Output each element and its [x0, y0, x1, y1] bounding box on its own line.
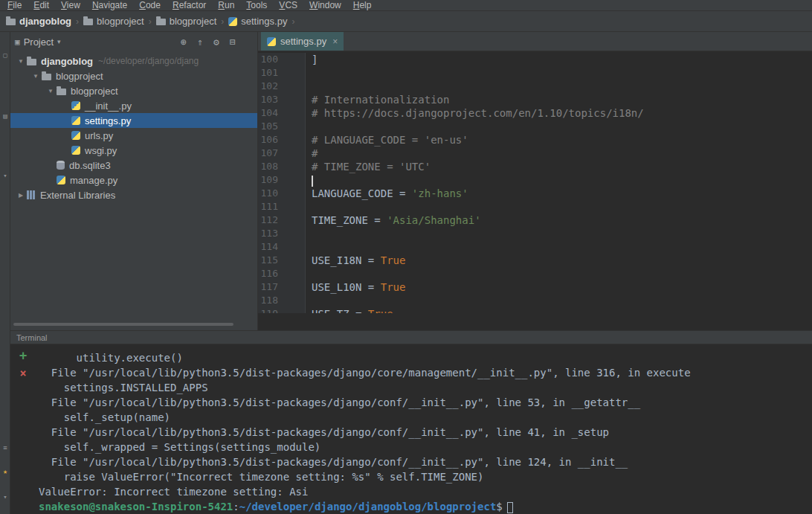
menu-file[interactable]: File	[1, 0, 28, 10]
menu-code[interactable]: Code	[133, 0, 167, 10]
code-line-114[interactable]: 114	[258, 240, 812, 254]
code-line-101[interactable]: 101	[258, 66, 812, 80]
code-line-118[interactable]: 118	[258, 294, 812, 307]
tree-item-manage-py[interactable]: manage.py	[10, 173, 257, 187]
code-text: #	[306, 147, 318, 160]
code-line-105[interactable]: 105	[258, 120, 812, 133]
breadcrumb-separator-icon: ›	[76, 16, 79, 27]
code-text	[306, 200, 312, 213]
code-line-102[interactable]: 102	[258, 80, 812, 93]
code-line-116[interactable]: 116	[258, 267, 812, 280]
tree-item-db-sqlite3[interactable]: db.sqlite3	[10, 158, 257, 173]
settings-gear-icon[interactable]: ⚙	[208, 36, 225, 48]
editor-tab-bar: settings.py×	[258, 32, 812, 51]
menu-run[interactable]: Run	[212, 0, 240, 10]
tree-item-blogproject[interactable]: ▼blogproject	[10, 83, 257, 98]
tool-strip-icon[interactable]: ▤	[1, 112, 10, 120]
code-text: USE_L10N = True	[306, 280, 405, 294]
project-panel-icon: ▣	[15, 37, 20, 47]
code-line-112[interactable]: 112TIME_ZONE = 'Asia/Shanghai'	[258, 213, 812, 227]
code-segment: # Internationalization	[312, 94, 449, 106]
code-line-117[interactable]: 117USE_L10N = True	[258, 280, 812, 294]
menu-refactor[interactable]: Refactor	[167, 0, 212, 10]
menu-view[interactable]: View	[55, 0, 86, 10]
breadcrumb-item-blogproject[interactable]: blogproject	[82, 16, 146, 27]
tool-strip-icon[interactable]: ▾	[1, 493, 10, 501]
tree-item-label: blogproject	[56, 71, 103, 82]
hide-panel-icon[interactable]: ⊟	[225, 36, 241, 48]
code-segment: TIME_ZONE =	[312, 214, 387, 226]
breadcrumb: djangoblog›blogproject›blogproject›setti…	[0, 11, 812, 32]
add-session-icon[interactable]: +	[19, 350, 27, 361]
tree-item-djangoblog[interactable]: ▼djangoblog~/developer/django/djang	[10, 54, 257, 68]
line-number: 104	[258, 106, 306, 120]
chevron-expanded-icon[interactable]: ▼	[45, 88, 57, 94]
code-line-111[interactable]: 111	[258, 200, 812, 213]
code-line-110[interactable]: 110LANGUAGE_CODE = 'zh-hans'	[258, 187, 812, 200]
terminal-output[interactable]: utility.execute() File "/usr/local/lib/p…	[36, 344, 812, 514]
close-session-icon[interactable]: ×	[19, 368, 26, 379]
close-icon[interactable]: ×	[332, 36, 338, 47]
tree-item-init-py[interactable]: __init__.py	[10, 98, 257, 113]
tool-strip-icon[interactable]: ▢	[1, 51, 10, 59]
tree-item-label: External Libraries	[40, 190, 115, 201]
tree-item-label: djangoblog	[41, 56, 93, 67]
code-line-106[interactable]: 106# LANGUAGE_CODE = 'en-us'	[258, 133, 812, 147]
chevron-collapsed-icon[interactable]: ▶	[15, 192, 27, 199]
tree-item-path-hint: ~/developer/django/djang	[98, 56, 199, 66]
code-line-103[interactable]: 103# Internationalization	[258, 93, 812, 106]
folder-icon	[27, 59, 36, 65]
code-line-115[interactable]: 115USE_I18N = True	[258, 254, 812, 267]
terminal-prompt: snakeson@snakeson-Inspiron-5421:~/develo…	[39, 499, 812, 514]
tree-item-settings-py[interactable]: settings.py	[10, 113, 257, 128]
chevron-expanded-icon[interactable]: ▼	[30, 73, 42, 80]
code-segment: 'zh-hans'	[412, 187, 468, 199]
prompt-user-host: snakeson@snakeson-Inspiron-5421	[39, 501, 233, 513]
project-view-dropdown[interactable]: Project ▾	[24, 36, 61, 48]
tool-window-strip: ▢ ▤ ▾ ≡ ★ ▾	[0, 32, 10, 514]
terminal-line: File "/usr/local/lib/python3.5/dist-pack…	[39, 395, 812, 410]
tab-settings-py[interactable]: settings.py×	[261, 32, 344, 51]
code-line-107[interactable]: 107#	[258, 147, 812, 160]
code-line-104[interactable]: 104# https://docs.djangoproject.com/en/1…	[258, 106, 812, 120]
code-line-119[interactable]: 119USE_TZ = True	[258, 307, 812, 313]
code-segment: True	[381, 254, 406, 266]
menu-help[interactable]: Help	[347, 0, 378, 10]
editor-caret	[312, 176, 313, 187]
tool-strip-icon[interactable]: ▾	[1, 172, 10, 179]
project-tree: ▼djangoblog~/developer/django/djang▼blog…	[10, 51, 257, 330]
menu-navigate[interactable]: Navigate	[86, 0, 133, 10]
horizontal-scrollbar[interactable]	[13, 323, 233, 326]
code-editor[interactable]: 100]101102103# Internationalization104# …	[258, 51, 812, 313]
favorites-star-icon[interactable]: ★	[1, 467, 10, 475]
menu-bar: FileEditViewNavigateCodeRefactorRunTools…	[0, 0, 812, 11]
prompt-path: ~/developer/django/djangoblog/blogprojec…	[239, 501, 497, 513]
line-number: 110	[258, 187, 306, 200]
terminal-panel: Terminal +× utility.execute() File "/usr…	[10, 330, 812, 514]
locate-file-icon[interactable]: ⊕	[175, 36, 192, 48]
breadcrumb-label: djangoblog	[19, 16, 71, 27]
menu-vcs[interactable]: VCS	[273, 0, 303, 10]
tree-item-external-libraries[interactable]: ▶External Libraries	[10, 187, 257, 202]
menu-edit[interactable]: Edit	[28, 0, 55, 10]
chevron-expanded-icon[interactable]: ▼	[15, 58, 27, 65]
code-line-113[interactable]: 113	[258, 227, 812, 240]
tool-strip-icon[interactable]: ≡	[1, 444, 10, 452]
code-text	[306, 120, 312, 133]
code-line-109[interactable]: 109	[258, 173, 812, 187]
tree-item-label: __init__.py	[85, 100, 132, 112]
code-text: # https://docs.djangoproject.com/en/1.10…	[306, 106, 644, 120]
code-text: TIME_ZONE = 'Asia/Shanghai'	[306, 213, 481, 227]
code-line-100[interactable]: 100]	[258, 53, 812, 66]
breadcrumb-item-djangoblog[interactable]: djangoblog	[4, 16, 73, 27]
breadcrumb-item-settings-py[interactable]: settings.py	[227, 16, 289, 27]
tree-item-urls-py[interactable]: urls.py	[10, 128, 257, 143]
breadcrumb-item-blogproject[interactable]: blogproject	[155, 16, 219, 27]
menu-window[interactable]: Window	[303, 0, 347, 10]
tree-item-blogproject[interactable]: ▼blogproject	[10, 68, 257, 83]
code-line-108[interactable]: 108# TIME_ZONE = 'UTC'	[258, 160, 812, 173]
folder-icon	[42, 74, 51, 80]
tree-item-wsgi-py[interactable]: wsgi.py	[10, 143, 257, 158]
menu-tools[interactable]: Tools	[240, 0, 273, 10]
collapse-all-icon[interactable]: ⇑	[192, 36, 208, 48]
